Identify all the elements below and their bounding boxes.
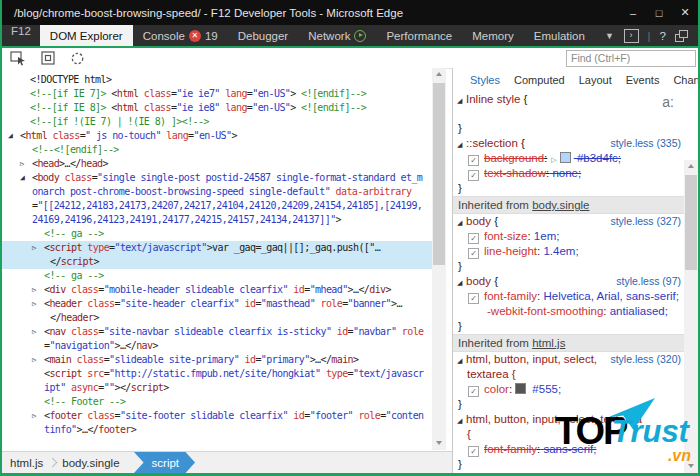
find-input[interactable] <box>566 50 696 67</box>
tab-dom-explorer[interactable]: DOM Explorer <box>40 25 133 46</box>
expand-icon[interactable]: ▷ <box>551 152 556 167</box>
stylesheet-link[interactable]: style.less (327) <box>610 214 681 229</box>
css-selector-row[interactable]: ◢::selection {style.less (335) <box>453 136 684 151</box>
styles-tab-changes[interactable]: Changes <box>666 74 698 86</box>
dom-tree-line[interactable]: ▷<main class="slideable site-primary" id… <box>2 353 432 367</box>
dom-tree-line[interactable]: ="navigation">…</nav> <box>2 339 432 353</box>
dom-tree-line[interactable]: <!DOCTYPE html> <box>2 73 432 87</box>
dom-tree-line[interactable]: </header> <box>2 311 432 325</box>
expand-icon[interactable]: ▷ <box>32 283 42 297</box>
css-property-row[interactable]: ✓font-size: 1em; <box>453 229 684 244</box>
styles-tab-styles[interactable]: Styles <box>463 74 507 86</box>
dom-tree-line[interactable]: tinfo">…</footer> <box>2 423 432 437</box>
css-property-row[interactable]: ✓font-family: Helvetica, Arial, sans-ser… <box>453 289 684 304</box>
select-element-icon[interactable] <box>10 51 27 66</box>
dom-tree-line[interactable]: <!-- ga --> <box>2 227 432 241</box>
dom-tree-line[interactable]: ▷<head>…</head> <box>2 157 432 171</box>
dom-tree-line[interactable]: onarch post-chrome-boost-browsing-speed … <box>2 185 432 199</box>
property-checkbox[interactable]: ✓ <box>468 155 479 166</box>
dom-tree-line[interactable]: ◢<body class="single single-post postid-… <box>2 171 432 185</box>
expand-icon[interactable]: ▷ <box>32 409 42 423</box>
dom-tree-line[interactable]: ▷<div class="mobile-header slideable cle… <box>2 283 432 297</box>
scroll-up-icon[interactable] <box>432 68 446 82</box>
tab-debugger[interactable]: Debugger <box>228 25 299 46</box>
dom-tree-line[interactable]: <!-- Footer --> <box>2 395 432 409</box>
styles-tab-computed[interactable]: Computed <box>507 74 572 86</box>
property-checkbox[interactable]: ✓ <box>468 386 479 397</box>
dock-icon[interactable] <box>675 30 688 42</box>
tab-memory[interactable]: Memory <box>462 25 524 46</box>
collapse-icon[interactable]: ◢ <box>457 413 466 428</box>
dom-tree-line[interactable]: </script> <box>2 255 432 269</box>
undock-icon[interactable]: › <box>624 29 639 43</box>
stylesheet-link[interactable]: style.less (320) <box>610 352 681 367</box>
pseudo-state-button[interactable]: a: <box>662 94 674 110</box>
scrollbar-thumb[interactable] <box>433 83 445 265</box>
tab-emulation[interactable]: Emulation <box>524 25 595 46</box>
dom-tree-line[interactable]: ▷<script type="text/javascript">var _gaq… <box>2 241 432 255</box>
css-property-row[interactable]: ✓line-height: 1.4em; <box>453 244 684 259</box>
css-property-row[interactable]: ✓font-family: sans-serif; <box>453 442 684 457</box>
minimize-button[interactable]: – <box>620 7 646 19</box>
dom-tree-line[interactable]: <!--<![endif]--> <box>2 143 432 157</box>
dom-tree-line[interactable]: <!-- ga --> <box>2 269 432 283</box>
dom-tree-line[interactable]: ="[[24212,24183,24173,24207,24217,24104,… <box>2 199 432 213</box>
property-checkbox[interactable]: ✓ <box>468 446 479 457</box>
expand-icon[interactable]: ▷ <box>32 241 42 255</box>
css-selector-row[interactable]: ◢Inline style { <box>453 92 684 107</box>
scroll-down-icon[interactable] <box>684 459 698 473</box>
chevron-down-icon[interactable]: ▼ <box>605 31 614 41</box>
stylesheet-link[interactable]: style.less (335) <box>610 136 681 151</box>
collapse-icon[interactable]: ◢ <box>457 275 466 290</box>
dom-tree-line[interactable]: <!--[if IE 8]> <html class="ie ie8" lang… <box>2 101 432 115</box>
refresh-circle-icon[interactable] <box>70 51 85 66</box>
dom-tree-line[interactable]: <!--[if !(IE 7) | !(IE 8) ]><!--> <box>2 115 432 129</box>
inherited-source-link[interactable]: html.js <box>532 337 565 349</box>
stylesheet-link[interactable]: style.less (97) <box>616 274 681 289</box>
collapse-icon[interactable]: ◢ <box>8 129 18 143</box>
help-button[interactable]: ? <box>660 30 666 42</box>
property-checkbox[interactable]: ✓ <box>468 170 479 181</box>
tab-console[interactable]: Console✕19 <box>133 25 228 46</box>
styles-tab-events[interactable]: Events <box>619 74 667 86</box>
collapse-icon[interactable]: ◢ <box>457 93 466 108</box>
close-button[interactable]: ✕ <box>672 6 698 19</box>
inherited-source-link[interactable]: body.single <box>532 199 589 211</box>
collapse-icon[interactable]: ◢ <box>20 171 30 185</box>
dom-tree-line[interactable]: ▷<nav class="site-navbar slideable clear… <box>2 325 432 339</box>
maximize-button[interactable]: □ <box>646 7 672 19</box>
dom-tree-line[interactable]: ▷<footer class="site-footer slidable cle… <box>2 409 432 423</box>
css-selector-row[interactable]: ◢html, button, input, select, textarea <box>453 412 684 427</box>
collapse-icon[interactable]: ◢ <box>457 137 466 152</box>
expand-icon[interactable]: ▷ <box>32 297 42 311</box>
dom-scrollbar[interactable] <box>432 68 446 450</box>
styles-scrollbar[interactable] <box>684 160 698 473</box>
breadcrumb-item-script-active[interactable]: script <box>134 452 195 474</box>
css-selector-row[interactable]: ◢body {style.less (97) <box>453 274 684 289</box>
property-checkbox[interactable]: ✓ <box>468 233 479 244</box>
breadcrumb-item-html[interactable]: html.js <box>2 452 51 474</box>
expand-icon[interactable]: ▷ <box>20 157 30 171</box>
dom-tree-line[interactable]: <!--[if IE 7]> <html class="ie ie7" lang… <box>2 87 432 101</box>
scroll-down-icon[interactable] <box>432 436 446 450</box>
tab-network[interactable]: Network <box>298 25 376 46</box>
dom-tree-line[interactable]: ipt" async=""></script> <box>2 381 432 395</box>
styles-tab-layout[interactable]: Layout <box>572 74 619 86</box>
css-property-row[interactable]: -webkit-font-smoothing: antialiased; <box>453 304 684 319</box>
element-highlight-icon[interactable] <box>41 51 56 66</box>
expand-icon[interactable]: ▷ <box>32 325 42 339</box>
collapse-icon[interactable]: ◢ <box>457 215 466 230</box>
dom-tree-line[interactable]: ◢<html class=" js no-touch" lang="en-US"… <box>2 129 432 143</box>
scroll-up-icon[interactable] <box>684 160 698 174</box>
css-selector-row[interactable]: ◢body {style.less (327) <box>453 214 684 229</box>
property-checkbox[interactable]: ✓ <box>468 293 479 304</box>
css-selector-row[interactable]: ◢html, button, input, select,style.less … <box>453 352 684 367</box>
css-property-row[interactable]: ✓background:▷ #b3d4fc; <box>453 151 684 166</box>
expand-icon[interactable]: ▷ <box>32 353 42 367</box>
property-checkbox[interactable]: ✓ <box>468 248 479 259</box>
tab-performance[interactable]: Performance <box>376 25 462 46</box>
css-property-row[interactable]: ✓text-shadow: none; <box>453 166 684 181</box>
dom-tree-line[interactable]: 24169,24196,24123,24191,24177,24215,2415… <box>2 213 432 227</box>
css-property-row[interactable]: ✓color: #555; <box>453 382 684 397</box>
collapse-icon[interactable]: ◢ <box>457 353 466 368</box>
